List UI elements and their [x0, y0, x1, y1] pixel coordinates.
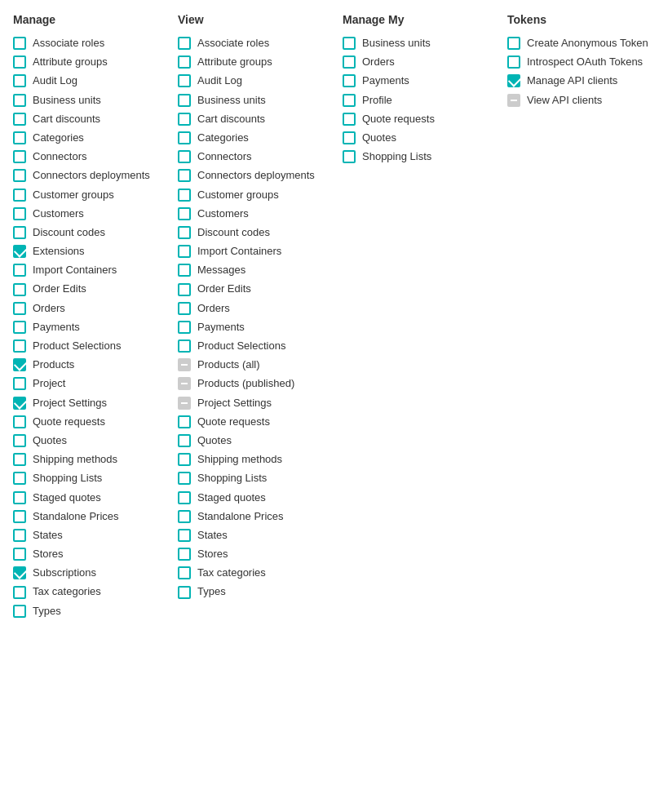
checkbox-label[interactable]: Connectors deployments [197, 168, 315, 183]
checkbox-label[interactable]: Associate roles [33, 36, 104, 51]
checkbox-manage-22[interactable] [13, 453, 26, 466]
checkbox-label[interactable]: Connectors [197, 149, 251, 164]
checkbox-label[interactable]: Quotes [362, 131, 396, 145]
checkbox-manage-4[interactable] [13, 113, 26, 126]
checkbox-manage-17[interactable] [13, 358, 26, 371]
checkbox-label[interactable]: Product Selections [197, 339, 285, 353]
checkbox-label[interactable]: Attribute groups [33, 55, 108, 69]
checkbox-manage-28[interactable] [13, 566, 26, 579]
checkbox-label[interactable]: Associate roles [197, 36, 269, 51]
checkbox-label[interactable]: Quote requests [362, 112, 435, 126]
checkbox-manage-my-5[interactable] [343, 131, 356, 144]
checkbox-view-24[interactable] [178, 491, 191, 504]
checkbox-manage-6[interactable] [13, 150, 26, 163]
checkbox-label[interactable]: Manage API clients [527, 73, 617, 88]
checkbox-label[interactable]: Quote requests [33, 415, 105, 429]
checkbox-label[interactable]: Standalone Prices [197, 509, 284, 524]
checkbox-view-7[interactable] [178, 169, 191, 182]
checkbox-label[interactable]: Business units [33, 93, 101, 108]
checkbox-label[interactable]: Quotes [197, 433, 232, 448]
checkbox-view-10[interactable] [178, 226, 191, 239]
checkbox-manage-11[interactable] [13, 245, 26, 258]
checkbox-label[interactable]: Attribute groups [197, 55, 272, 69]
checkbox-view-17[interactable] [178, 358, 191, 371]
checkbox-label[interactable]: Profile [362, 93, 392, 108]
checkbox-label[interactable]: Order Edits [197, 282, 251, 296]
checkbox-manage-my-4[interactable] [343, 113, 356, 126]
checkbox-label[interactable]: Payments [362, 73, 409, 88]
checkbox-label[interactable]: View API clients [527, 93, 602, 108]
checkbox-view-16[interactable] [178, 339, 191, 353]
checkbox-manage-12[interactable] [13, 264, 26, 277]
checkbox-label[interactable]: Import Containers [197, 244, 281, 259]
checkbox-view-21[interactable] [178, 434, 191, 447]
checkbox-view-13[interactable] [178, 283, 191, 296]
checkbox-view-11[interactable] [178, 245, 191, 258]
checkbox-label[interactable]: Types [197, 584, 226, 599]
checkbox-manage-15[interactable] [13, 321, 26, 334]
checkbox-tokens-0[interactable] [507, 37, 520, 50]
checkbox-label[interactable]: Quote requests [197, 415, 270, 429]
checkbox-label[interactable]: States [197, 528, 228, 543]
checkbox-label[interactable]: Staged quotes [197, 490, 266, 505]
checkbox-view-4[interactable] [178, 113, 191, 126]
checkbox-manage-10[interactable] [13, 226, 26, 239]
checkbox-label[interactable]: Create Anonymous Token [527, 36, 648, 51]
checkbox-manage-16[interactable] [13, 339, 26, 353]
checkbox-manage-20[interactable] [13, 415, 26, 428]
checkbox-label[interactable]: Stores [33, 547, 64, 561]
checkbox-tokens-3[interactable] [507, 94, 520, 107]
checkbox-tokens-2[interactable] [507, 74, 520, 87]
checkbox-view-20[interactable] [178, 415, 191, 428]
checkbox-manage-0[interactable] [13, 37, 26, 50]
checkbox-label[interactable]: Introspect OAuth Tokens [527, 55, 643, 69]
checkbox-label[interactable]: Tax categories [197, 566, 266, 580]
checkbox-label[interactable]: Project [33, 376, 65, 391]
checkbox-view-15[interactable] [178, 321, 191, 334]
checkbox-manage-23[interactable] [13, 472, 26, 485]
checkbox-label[interactable]: Products [33, 357, 74, 372]
checkbox-label[interactable]: Order Edits [33, 282, 86, 296]
checkbox-manage-7[interactable] [13, 169, 26, 182]
checkbox-manage-30[interactable] [13, 605, 26, 618]
checkbox-view-0[interactable] [178, 37, 191, 50]
checkbox-label[interactable]: Discount codes [33, 225, 105, 240]
checkbox-manage-my-1[interactable] [343, 55, 356, 69]
checkbox-label[interactable]: Discount codes [197, 225, 270, 240]
checkbox-label[interactable]: Project Settings [33, 396, 107, 410]
checkbox-view-1[interactable] [178, 55, 191, 69]
checkbox-view-9[interactable] [178, 207, 191, 220]
checkbox-label[interactable]: Quotes [33, 433, 67, 448]
checkbox-label[interactable]: Products (all) [197, 357, 260, 372]
checkbox-label[interactable]: Audit Log [197, 73, 242, 88]
checkbox-manage-19[interactable] [13, 397, 26, 410]
checkbox-view-23[interactable] [178, 472, 191, 485]
checkbox-manage-3[interactable] [13, 94, 26, 107]
checkbox-label[interactable]: Orders [197, 301, 230, 316]
checkbox-manage-my-3[interactable] [343, 94, 356, 107]
checkbox-label[interactable]: Customer groups [197, 188, 279, 202]
checkbox-manage-my-2[interactable] [343, 74, 356, 87]
checkbox-view-28[interactable] [178, 566, 191, 579]
checkbox-label[interactable]: Shipping methods [33, 452, 117, 467]
checkbox-label[interactable]: Staged quotes [33, 490, 101, 505]
checkbox-tokens-1[interactable] [507, 55, 520, 69]
checkbox-manage-29[interactable] [13, 586, 26, 599]
checkbox-label[interactable]: Shopping Lists [197, 471, 267, 486]
checkbox-manage-26[interactable] [13, 529, 26, 542]
checkbox-manage-21[interactable] [13, 434, 26, 447]
checkbox-label[interactable]: Categories [197, 131, 249, 145]
checkbox-label[interactable]: Customers [33, 206, 84, 221]
checkbox-label[interactable]: Connectors [33, 149, 86, 164]
checkbox-label[interactable]: Products (published) [197, 376, 294, 391]
checkbox-label[interactable]: Messages [197, 263, 245, 277]
checkbox-view-8[interactable] [178, 189, 191, 202]
checkbox-label[interactable]: Business units [197, 93, 266, 108]
checkbox-view-25[interactable] [178, 510, 191, 523]
checkbox-label[interactable]: States [33, 528, 63, 543]
checkbox-manage-25[interactable] [13, 510, 26, 523]
checkbox-view-22[interactable] [178, 453, 191, 466]
checkbox-manage-14[interactable] [13, 302, 26, 315]
checkbox-manage-2[interactable] [13, 74, 26, 87]
checkbox-manage-8[interactable] [13, 189, 26, 202]
